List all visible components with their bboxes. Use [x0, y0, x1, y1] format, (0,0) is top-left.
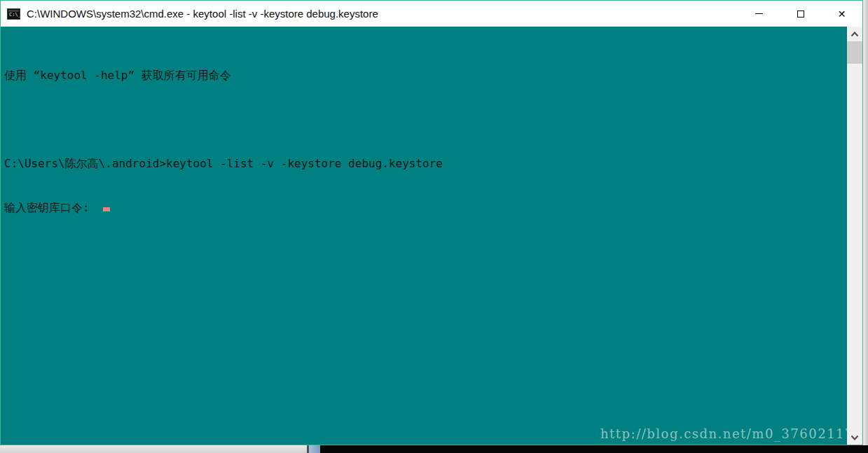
desktop-background: C:\_ C:\WINDOWS\system32\cmd.exe - keyto…: [0, 0, 868, 453]
background-window-edge-gray: [0, 445, 307, 453]
cmd-window: C:\_ C:\WINDOWS\system32\cmd.exe - keyto…: [0, 0, 863, 445]
window-title: C:\WINDOWS\system32\cmd.exe - keytool -l…: [27, 8, 378, 20]
console-line: C:\Users\陈尔高\.android>keytool -list -v -…: [4, 156, 862, 171]
maximize-button[interactable]: [780, 1, 821, 27]
chevron-up-icon: [850, 32, 859, 37]
console-line: [4, 112, 862, 127]
background-window-edge-black: [320, 445, 868, 453]
title-bar[interactable]: C:\_ C:\WINDOWS\system32\cmd.exe - keyto…: [1, 1, 862, 27]
scroll-down-button[interactable]: [847, 431, 862, 443]
window-controls: ✕: [738, 1, 862, 27]
minimize-button[interactable]: [738, 1, 780, 27]
vertical-scrollbar[interactable]: [847, 27, 862, 445]
close-icon: ✕: [838, 9, 846, 19]
console-line-prompt: 输入密钥库口令:: [4, 200, 862, 215]
close-button[interactable]: ✕: [821, 1, 862, 27]
cmd-app-icon-label: C:\_: [9, 12, 21, 18]
chevron-down-icon: [850, 435, 859, 440]
text-cursor: [103, 207, 110, 211]
password-prompt-text: 输入密钥库口令:: [4, 201, 90, 214]
watermark-url: http://blog.csdn.net/m0_37602117: [600, 426, 854, 441]
minimize-icon: [755, 13, 763, 14]
background-window-edge-blue: [309, 445, 320, 453]
scroll-up-button[interactable]: [847, 28, 862, 40]
console-output[interactable]: 使用 “keytool -help” 获取所有可用命令 C:\Users\陈尔高…: [1, 27, 862, 445]
desktop-edge-right: [863, 0, 868, 445]
maximize-icon: [797, 11, 804, 18]
cmd-app-icon: C:\_: [7, 8, 20, 20]
console-line: 使用 “keytool -help” 获取所有可用命令: [4, 68, 862, 83]
scrollbar-thumb[interactable]: [847, 41, 862, 64]
